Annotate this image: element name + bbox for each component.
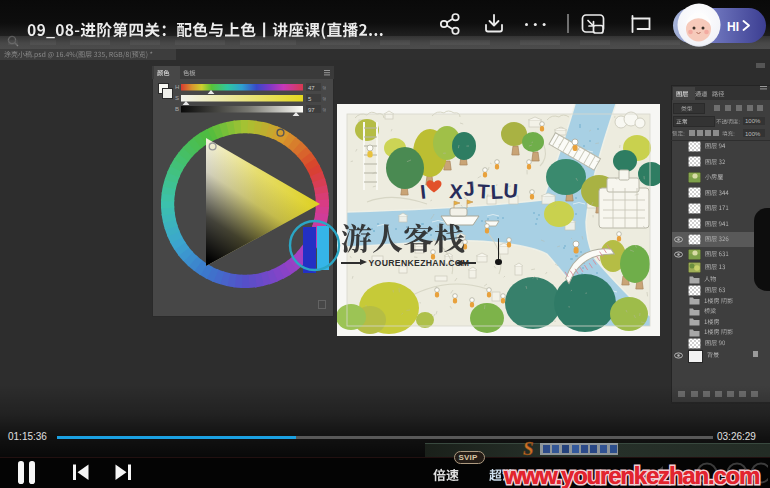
svg-text:H: H — [175, 84, 179, 90]
svg-text:B: B — [175, 106, 179, 112]
svg-text:J: J — [463, 177, 476, 200]
svg-text:%: % — [323, 107, 327, 113]
svg-text:47: 47 — [308, 85, 315, 91]
svg-text:S: S — [175, 95, 179, 101]
svg-text:X: X — [449, 180, 465, 203]
svg-text:U: U — [503, 179, 519, 202]
svg-text:T: T — [477, 180, 490, 203]
svg-text:L: L — [490, 180, 503, 203]
svg-text:HI: HI — [727, 20, 739, 34]
svg-text:97: 97 — [308, 107, 315, 113]
svg-text:%: % — [323, 96, 327, 102]
svg-text:%: % — [323, 85, 327, 91]
svg-text:S: S — [523, 438, 534, 459]
